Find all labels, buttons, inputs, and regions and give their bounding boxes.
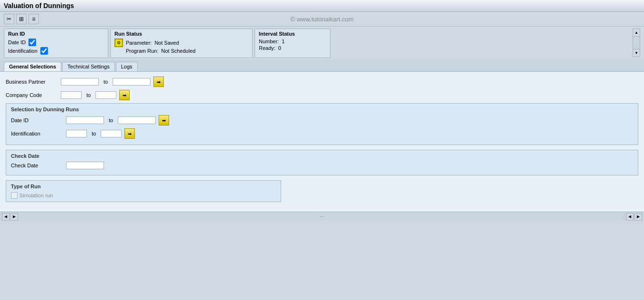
ready-label: Ready:: [259, 45, 275, 51]
scissors-button[interactable]: ✂: [4, 14, 14, 24]
tabs-bar: General Selections Technical Settings Lo…: [0, 60, 644, 71]
dunning-date-id-select-btn[interactable]: ➡: [159, 115, 169, 126]
number-value: 1: [282, 39, 284, 44]
bottom-nav-right: ◀ ▶: [626, 213, 642, 221]
company-code-from[interactable]: [61, 91, 82, 99]
business-partner-row: Business Partner to ➡: [6, 77, 638, 87]
type-of-run-section: Type of Run Simulation run: [6, 180, 281, 202]
business-partner-label: Business Partner: [6, 79, 58, 85]
scroll-down-info[interactable]: ▼: [633, 49, 640, 57]
company-code-to[interactable]: [95, 91, 116, 99]
parameter-label: Parameter:: [126, 40, 152, 46]
simulation-checkbox[interactable]: [11, 192, 18, 199]
nav-right-prev-btn[interactable]: ◀: [626, 213, 634, 221]
bottom-dots: ···: [18, 214, 626, 219]
nav-right-next-btn[interactable]: ▶: [635, 213, 642, 221]
program-run-label: Program Run:: [126, 48, 158, 54]
dunning-identification-to[interactable]: [101, 130, 122, 137]
toolbar: ✂ ⊞ ≡ © www.tutorialkart.com: [0, 12, 644, 27]
dunning-identification-row: Identification to ➡: [11, 128, 633, 139]
select-arrow-icon-3: ➡: [162, 118, 166, 123]
info-bar: Run ID Date ID Identification Run Status…: [0, 27, 644, 60]
date-id-label: Date ID: [8, 39, 26, 45]
bottom-bar: ◀ ▶ ··· ◀ ▶: [0, 212, 644, 221]
cc-to-label: to: [86, 92, 91, 98]
select-arrow-icon-4: ➡: [128, 131, 132, 136]
tab-general-selections[interactable]: General Selections: [4, 62, 61, 71]
dunning-date-id-from[interactable]: [66, 116, 104, 124]
copy-button[interactable]: ⊞: [16, 14, 27, 24]
check-date-label: Check Date: [11, 163, 63, 168]
bp-to-label: to: [104, 79, 108, 85]
interval-status-title: Interval Status: [259, 31, 326, 37]
check-date-title: Check Date: [11, 153, 633, 159]
dunning-identification-from[interactable]: [66, 130, 87, 137]
business-partner-from[interactable]: [61, 78, 99, 86]
run-id-title: Run ID: [8, 31, 104, 37]
business-partner-to[interactable]: [113, 78, 151, 86]
scroll-up-info[interactable]: ▲: [633, 29, 640, 37]
dunning-date-id-label: Date ID: [11, 117, 63, 123]
status-icon: ⚙: [114, 39, 123, 47]
menu-button[interactable]: ≡: [28, 14, 39, 24]
identification-checkbox[interactable]: [40, 47, 48, 55]
identification-label: Identification: [8, 48, 38, 54]
title-bar: Valuation of Dunnings: [0, 0, 644, 12]
check-date-input[interactable]: [66, 162, 104, 169]
simulation-label: Simulation run: [19, 193, 53, 198]
bottom-nav-left: ◀ ▶: [2, 213, 18, 221]
dunning-date-id-row: Date ID to ➡: [11, 115, 633, 126]
watermark: © www.tutorialkart.com: [290, 16, 353, 23]
company-code-label: Company Code: [6, 92, 58, 98]
business-partner-select-btn[interactable]: ➡: [153, 77, 164, 87]
content-area: Business Partner to ➡ Company Code to ➡ …: [0, 71, 644, 212]
simulation-run-row: Simulation run: [11, 192, 276, 199]
tab-logs[interactable]: Logs: [116, 62, 138, 71]
run-status-panel: Run Status ⚙ Parameter: Not Saved Progra…: [110, 29, 253, 58]
parameter-value: Not Saved: [154, 40, 179, 46]
selection-dunning-section: Selection by Dunning Runs Date ID to ➡ I…: [6, 103, 638, 145]
company-code-select-btn[interactable]: ➡: [119, 90, 130, 100]
number-label: Number:: [259, 39, 279, 44]
type-of-run-title: Type of Run: [11, 184, 276, 189]
select-arrow-icon: ➡: [157, 79, 161, 85]
select-arrow-icon-2: ➡: [123, 93, 126, 98]
tab-technical-settings[interactable]: Technical Settings: [62, 62, 115, 71]
run-status-title: Run Status: [114, 31, 248, 37]
date-id-checkbox[interactable]: [28, 39, 36, 46]
app-title: Valuation of Dunnings: [4, 2, 74, 10]
dunning-identification-select-btn[interactable]: ➡: [124, 128, 135, 139]
ready-value: 0: [278, 45, 281, 51]
nav-prev-btn[interactable]: ◀: [2, 213, 9, 221]
selection-dunning-title: Selection by Dunning Runs: [11, 106, 633, 112]
dunning-to-label2: to: [92, 131, 96, 136]
dunning-to-label1: to: [109, 117, 113, 123]
interval-status-panel: Interval Status Number: 1 Ready: 0: [255, 29, 331, 58]
check-date-row: Check Date: [11, 162, 633, 169]
company-code-row: Company Code to ➡: [6, 90, 638, 100]
run-id-panel: Run ID Date ID Identification: [4, 29, 108, 58]
dunning-identification-label: Identification: [11, 131, 63, 136]
nav-next-btn[interactable]: ▶: [10, 213, 18, 221]
check-date-section: Check Date Check Date: [6, 150, 638, 175]
program-run-value: Not Scheduled: [161, 48, 195, 54]
dunning-date-id-to[interactable]: [118, 116, 156, 124]
